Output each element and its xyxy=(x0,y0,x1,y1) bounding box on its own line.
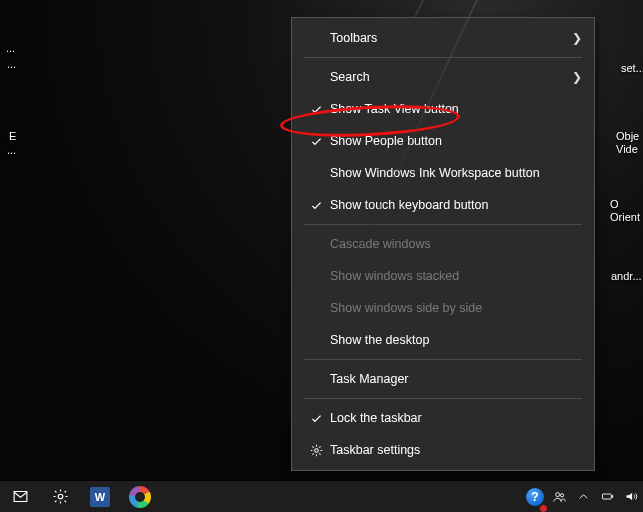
check-icon xyxy=(306,135,326,148)
menu-item-label: Search xyxy=(330,70,572,84)
menu-item-label: Cascade windows xyxy=(330,237,582,251)
desktop-icon-label: O Orient xyxy=(610,198,640,224)
menu-item-label: Show People button xyxy=(330,134,582,148)
menu-item-label: Show Windows Ink Workspace button xyxy=(330,166,582,180)
chevron-right-icon: ❯ xyxy=(572,31,582,45)
menu-item-label: Taskbar settings xyxy=(330,443,582,457)
tray-chevron-icon[interactable] xyxy=(571,481,595,512)
people-icon[interactable] xyxy=(547,481,571,512)
volume-icon[interactable] xyxy=(619,481,643,512)
taskbar-context-menu: Toolbars❯Search❯Show Task View buttonSho… xyxy=(291,17,595,471)
menu-separator xyxy=(304,224,582,225)
menu-item-search[interactable]: Search❯ xyxy=(292,61,594,93)
chevron-right-icon: ❯ xyxy=(572,70,582,84)
taskbar: W xyxy=(0,480,643,512)
desktop[interactable]: ......E...set...Obje VideO Orientandr...… xyxy=(0,0,643,512)
menu-item-label: Toolbars xyxy=(330,31,572,45)
word-icon: W xyxy=(90,487,110,507)
gear-icon xyxy=(306,444,326,457)
mail-icon[interactable] xyxy=(0,481,40,512)
check-icon xyxy=(306,103,326,116)
word-app[interactable]: W xyxy=(80,481,120,512)
menu-item-show-touch-keyboard-button[interactable]: Show touch keyboard button xyxy=(292,189,594,221)
check-icon xyxy=(306,199,326,212)
check-icon xyxy=(306,412,326,425)
menu-item-label: Show windows stacked xyxy=(330,269,582,283)
menu-separator xyxy=(304,57,582,58)
svg-rect-4 xyxy=(602,494,611,499)
paint-icon xyxy=(129,486,151,508)
menu-item-show-windows-ink-workspace-button[interactable]: Show Windows Ink Workspace button xyxy=(292,157,594,189)
battery-icon[interactable] xyxy=(595,481,619,512)
menu-item-label: Task Manager xyxy=(330,372,582,386)
menu-item-label: Show windows side by side xyxy=(330,301,582,315)
menu-item-label: Show the desktop xyxy=(330,333,582,347)
menu-item-label: Lock the taskbar xyxy=(330,411,582,425)
desktop-icon-label: ... xyxy=(7,58,16,71)
menu-item-task-manager[interactable]: Task Manager xyxy=(292,363,594,395)
menu-item-show-windows-side-by-side: Show windows side by side xyxy=(292,292,594,324)
desktop-icon-label: E xyxy=(9,130,16,143)
menu-item-toolbars[interactable]: Toolbars❯ xyxy=(292,22,594,54)
menu-item-lock-the-taskbar[interactable]: Lock the taskbar xyxy=(292,402,594,434)
menu-item-show-windows-stacked: Show windows stacked xyxy=(292,260,594,292)
desktop-icon-label: andr... xyxy=(611,270,642,283)
desktop-icon-label: Obje Vide xyxy=(616,130,639,156)
paint-app[interactable] xyxy=(120,481,160,512)
menu-item-label: Show Task View button xyxy=(330,102,582,116)
menu-item-cascade-windows: Cascade windows xyxy=(292,228,594,260)
svg-point-2 xyxy=(555,493,559,497)
svg-point-3 xyxy=(560,494,563,497)
desktop-icon-label: ... xyxy=(7,144,16,157)
menu-separator xyxy=(304,398,582,399)
svg-point-1 xyxy=(58,494,63,499)
menu-item-show-task-view-button[interactable]: Show Task View button xyxy=(292,93,594,125)
menu-item-label: Show touch keyboard button xyxy=(330,198,582,212)
menu-item-show-the-desktop[interactable]: Show the desktop xyxy=(292,324,594,356)
svg-rect-5 xyxy=(611,495,612,498)
menu-separator xyxy=(304,359,582,360)
desktop-icon-label: ... xyxy=(6,42,15,55)
svg-point-0 xyxy=(314,448,318,452)
menu-item-show-people-button[interactable]: Show People button xyxy=(292,125,594,157)
menu-item-taskbar-settings[interactable]: Taskbar settings xyxy=(292,434,594,466)
help-icon[interactable] xyxy=(523,481,547,512)
desktop-icon-label: set... xyxy=(621,62,643,75)
settings-icon[interactable] xyxy=(40,481,80,512)
